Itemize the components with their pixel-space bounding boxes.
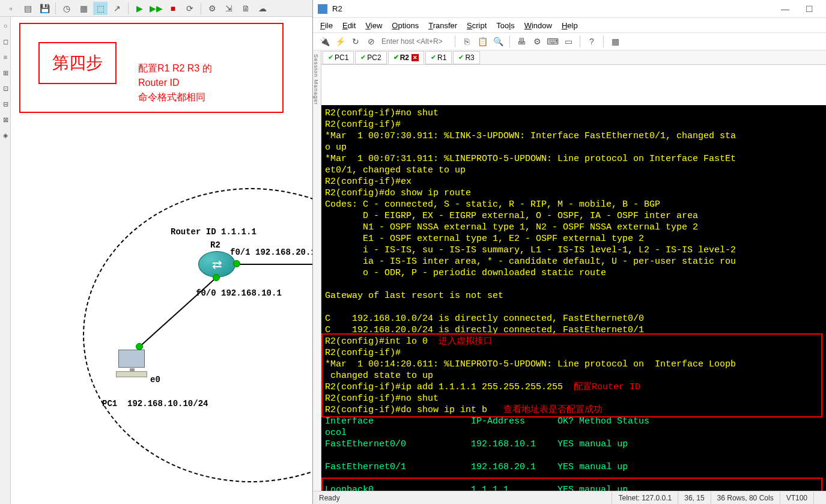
menu-script[interactable]: Script: [462, 20, 491, 31]
host-input[interactable]: [379, 36, 451, 47]
tb-copy-icon[interactable]: ⎘: [460, 35, 473, 48]
menu-help[interactable]: Help: [557, 20, 583, 31]
menu-options[interactable]: Options: [387, 20, 424, 31]
router-id-label: Router ID 1.1.1.1: [171, 227, 257, 237]
window-title: R2: [332, 4, 773, 13]
tb-stop-icon[interactable]: ■: [166, 2, 180, 15]
left-panel: ○ ◻ ≡ ⊞ ⊡ ⊟ ⊠ ◈ 第四步 配置R1 R2 R3 的 Router …: [0, 17, 312, 504]
status-term-type: VT100: [780, 491, 814, 504]
session-tabbar: ✔PC1 ✔PC2 ✔R2✕ ✔R1 ✔R3: [321, 50, 826, 65]
tb-help-icon[interactable]: ?: [585, 35, 598, 48]
menu-edit[interactable]: Edit: [338, 20, 360, 31]
annot-config-routerid: 配置Router ID: [574, 382, 640, 392]
tb-select-icon[interactable]: ⬚: [93, 2, 108, 15]
tb-paste-icon[interactable]: 📋: [476, 35, 489, 48]
tb-open-icon[interactable]: ▤: [20, 2, 35, 15]
maximize-button[interactable]: ☐: [797, 1, 821, 17]
tb-new-icon[interactable]: ▫: [4, 2, 18, 15]
tb-repeat-icon[interactable]: ⟳: [183, 2, 197, 15]
tb-quick-icon[interactable]: ⚡: [333, 35, 347, 48]
tab-pc2[interactable]: ✔PC2: [355, 51, 386, 64]
tb-find-icon[interactable]: 🔍: [491, 35, 505, 48]
statusbar: Ready Telnet: 127.0.0.1 36, 15 36 Rows, …: [313, 491, 826, 504]
if-f01-label: f0/1 192.168.20.1: [230, 247, 312, 257]
vt-1-icon[interactable]: ○: [1, 19, 10, 32]
tb-clock-icon[interactable]: ◷: [59, 2, 74, 15]
step-box: 第四步 配置R1 R2 R3 的 Router ID 命令格式都相同: [19, 23, 284, 113]
menubar: File Edit View Options Transfer Script T…: [313, 18, 826, 32]
tb-doc-icon[interactable]: 🗎: [238, 2, 253, 15]
tb-save-icon[interactable]: 💾: [37, 2, 52, 15]
terminal-output[interactable]: R2(config-if)#no shut R2(config-if)# *Ma…: [321, 105, 826, 491]
vt-5-icon[interactable]: ⊡: [1, 82, 10, 95]
menu-transfer[interactable]: Transfer: [424, 20, 462, 31]
port-dot-f00[interactable]: [213, 274, 220, 281]
tab-r2[interactable]: ✔R2✕: [388, 51, 424, 64]
step-badge: 第四步: [38, 42, 117, 84]
tab-pc1[interactable]: ✔PC1: [323, 51, 354, 64]
app-icon: [318, 4, 327, 14]
tb-extra-icon[interactable]: ▦: [609, 35, 622, 48]
status-cursor-pos: 36, 15: [678, 491, 711, 504]
tb-settings-icon[interactable]: ⚙: [530, 35, 544, 48]
vertical-toolbar: ○ ◻ ≡ ⊞ ⊡ ⊟ ⊠ ◈: [0, 17, 11, 504]
tb-export-icon[interactable]: ⇲: [222, 2, 236, 15]
router-name-label: R2: [210, 240, 220, 250]
tb-net-icon[interactable]: ☁: [255, 2, 270, 15]
tb-grid-icon[interactable]: ▦: [76, 2, 91, 15]
tb-gear-icon[interactable]: ⚙: [205, 2, 219, 15]
topology-canvas[interactable]: 第四步 配置R1 R2 R3 的 Router ID 命令格式都相同 Route…: [11, 17, 312, 504]
menu-view[interactable]: View: [360, 20, 387, 31]
annot-enter-loopback: 进入虚拟接口: [439, 336, 493, 347]
status-term-size: 36 Rows, 80 Cols: [711, 491, 780, 504]
menu-window[interactable]: Window: [520, 20, 557, 31]
tab-r3[interactable]: ✔R3: [453, 51, 479, 64]
close-icon[interactable]: ✕: [411, 54, 419, 61]
menu-tools[interactable]: Tools: [491, 20, 519, 31]
pc-name-label: PC1 192.168.10.10/24: [102, 399, 208, 408]
titlebar[interactable]: R2 — ☐: [313, 0, 826, 18]
port-dot-pc1[interactable]: [136, 343, 143, 350]
annot-check-table: 查看地址表是否配置成功: [503, 405, 603, 415]
link-r2-right: [237, 264, 312, 265]
session-mgr-panel[interactable]: [313, 105, 321, 491]
vt-6-icon[interactable]: ⊟: [1, 97, 10, 111]
pc-icon[interactable]: [115, 350, 148, 378]
vt-3-icon[interactable]: ≡: [1, 50, 10, 64]
tb-play2-icon[interactable]: ▶▶: [149, 2, 163, 15]
terminal-window: R2 — ☐ File Edit View Options Transfer S…: [312, 0, 826, 504]
status-caps: [814, 491, 826, 504]
status-ready: Ready: [313, 491, 612, 504]
status-connection: Telnet: 127.0.0.1: [612, 491, 678, 504]
session-manager-label[interactable]: Session Manager: [313, 50, 321, 105]
vt-2-icon[interactable]: ◻: [1, 35, 10, 48]
tb-disconnect-icon[interactable]: ⊘: [365, 35, 378, 48]
pc-if-label: e0: [150, 375, 160, 384]
port-dot-f01[interactable]: [233, 260, 240, 267]
tb-print-icon[interactable]: 🖶: [515, 35, 528, 48]
minimize-button[interactable]: —: [773, 1, 797, 17]
tb-play-icon[interactable]: ▶: [132, 2, 147, 15]
tb-keyboard-icon[interactable]: ⌨: [546, 35, 559, 48]
vt-4-icon[interactable]: ⊞: [1, 66, 10, 79]
tb-screen-icon[interactable]: ▭: [562, 35, 575, 48]
connection-toolbar: 🔌 ⚡ ↻ ⊘ ⎘ 📋 🔍 🖶 ⚙ ⌨ ▭ ? ▦: [313, 32, 826, 50]
topology-toolbar: ▫ ▤ 💾 ◷ ▦ ⬚ ↗ ▶ ▶▶ ■ ⟳ ⚙ ⇲ 🗎 ☁: [0, 0, 312, 17]
tab-r1[interactable]: ✔R1: [425, 51, 452, 64]
tb-link-icon[interactable]: ↗: [110, 2, 124, 15]
menu-file[interactable]: File: [315, 20, 338, 31]
tb-connect-icon[interactable]: 🔌: [318, 35, 331, 48]
vt-8-icon[interactable]: ◈: [1, 129, 10, 142]
if-f00-label: f0/0 192.168.10.1: [196, 288, 282, 298]
tb-reconnect-icon[interactable]: ↻: [349, 35, 362, 48]
step-description: 配置R1 R2 R3 的 Router ID 命令格式都相同: [138, 61, 212, 105]
vt-7-icon[interactable]: ⊠: [1, 113, 10, 126]
